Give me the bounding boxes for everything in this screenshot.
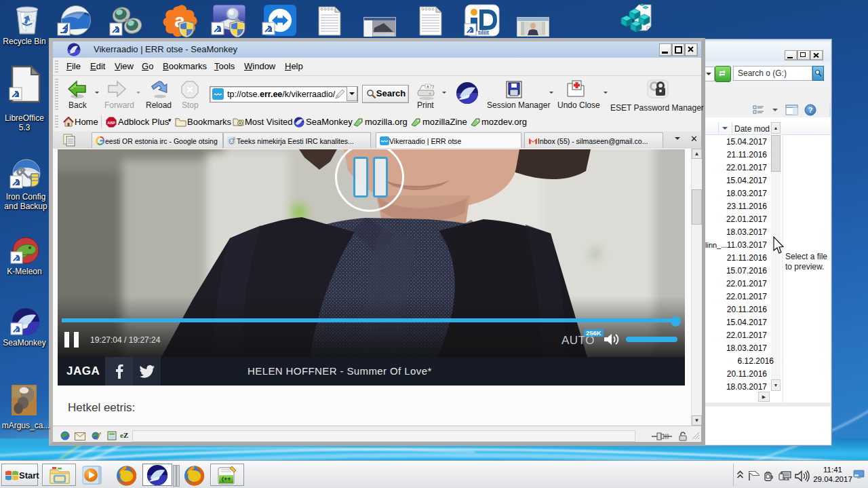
svg-text:tiliit: tiliit [478,29,489,36]
svg-text:?: ? [808,106,813,114]
svg-text:〈++: 〈++ [222,476,231,483]
svg-text:ABP: ABP [107,121,115,125]
